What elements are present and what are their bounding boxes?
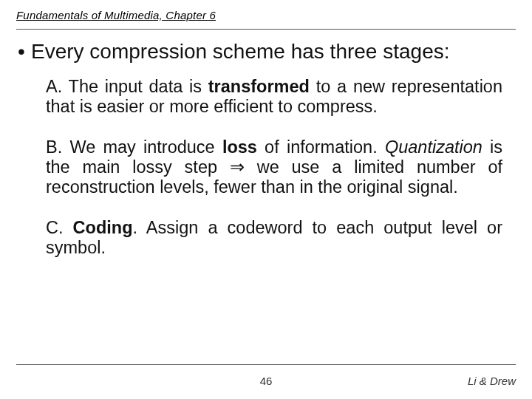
- slide-header: Fundamentals of Multimedia, Chapter 6: [16, 9, 516, 21]
- bullet-marker: •: [18, 40, 31, 64]
- item-c: C. Coding. Assign a codeword to each out…: [46, 218, 502, 258]
- bullet-main: •Every compression scheme has three stag…: [18, 40, 516, 64]
- bullet-text: Every compression scheme has three stage…: [31, 40, 449, 63]
- item-b-bold1: loss: [222, 137, 257, 157]
- page-number: 46: [260, 375, 273, 387]
- item-c-bold: Coding: [73, 218, 133, 237]
- item-a: A. The input data is transformed to a ne…: [46, 77, 502, 117]
- item-c-pre: [64, 218, 73, 237]
- item-a-bold: transformed: [208, 77, 310, 96]
- item-b-ital: Quantization: [385, 137, 482, 157]
- authors: Li & Drew: [468, 375, 516, 387]
- slide-body: •Every compression scheme has three stag…: [16, 30, 516, 258]
- item-b-label: B.: [46, 137, 62, 157]
- slide: Fundamentals of Multimedia, Chapter 6 •E…: [0, 0, 532, 399]
- item-b: B. We may introduce loss of information.…: [46, 137, 502, 197]
- item-c-label: C.: [46, 218, 64, 238]
- divider-bottom: [16, 364, 516, 365]
- item-b-pre: We may introduce: [62, 137, 222, 157]
- slide-footer: 46 Li & Drew: [16, 375, 516, 387]
- item-b-mid1: of information.: [257, 137, 385, 157]
- item-a-label: A.: [46, 77, 62, 97]
- item-a-pre: The input data is: [62, 77, 208, 96]
